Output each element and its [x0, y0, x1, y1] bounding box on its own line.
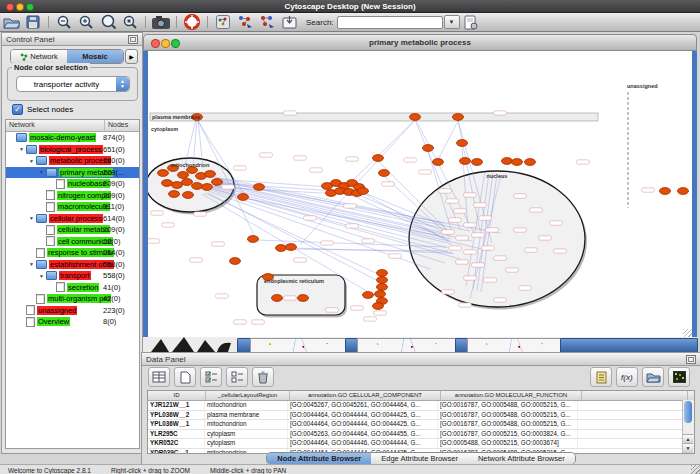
- expander-icon[interactable]: ▼: [19, 146, 26, 152]
- tree-row-3[interactable]: ▼primary metabo209(...: [6, 167, 139, 179]
- frame-zoom-button[interactable]: [171, 39, 180, 48]
- float-panel-icon[interactable]: [686, 355, 696, 364]
- graph-node[interactable]: [460, 158, 471, 165]
- expander-icon[interactable]: ▼: [39, 273, 46, 279]
- graph-node[interactable]: [182, 179, 193, 186]
- zoom-fit-icon[interactable]: [98, 14, 118, 30]
- graph-node[interactable]: [379, 170, 390, 177]
- graph-node[interactable]: [377, 277, 388, 284]
- graph-node[interactable]: [272, 295, 283, 302]
- select-nodes-checkbox[interactable]: ✓: [12, 104, 23, 115]
- tree-row-12[interactable]: ▼transport558(0): [6, 270, 139, 282]
- tree-row-1[interactable]: ▼biological_process651(0): [6, 144, 139, 156]
- table-column-header[interactable]: ID: [148, 391, 206, 400]
- graph-node[interactable]: [457, 140, 468, 147]
- tree-row-13[interactable]: secretion41(0): [6, 282, 139, 294]
- table-row-2[interactable]: YPL036W__1mitochondrion[GO:0044464, GO:0…: [148, 420, 694, 430]
- table-column-header[interactable]: annotation.GO CELLULAR_COMPONENT: [290, 391, 441, 400]
- tree-row-5[interactable]: nitrogen compo209(0): [6, 190, 139, 202]
- more-tabs-button[interactable]: ▶: [125, 49, 138, 64]
- window-close-button[interactable]: [6, 3, 14, 11]
- minimized-frame-thumbnail[interactable]: [357, 338, 457, 353]
- tree-row-10[interactable]: response to stimulu264(0): [6, 247, 139, 259]
- expander-icon[interactable]: ▼: [29, 158, 36, 164]
- graph-node[interactable]: [286, 244, 297, 251]
- table-row-4[interactable]: YKR052Ccytoplasm[GO:0044464, GO:0044446,…: [148, 439, 694, 449]
- tab-edge-attribute-browser[interactable]: Edge Attribute Browser: [371, 453, 468, 464]
- frame-close-button[interactable]: [151, 39, 160, 48]
- tree-row-11[interactable]: ▼establishment of lo558(0): [6, 259, 139, 271]
- graph-node[interactable]: [433, 159, 444, 166]
- graph-node[interactable]: [298, 295, 309, 302]
- graph-node[interactable]: [678, 188, 689, 195]
- graph-node[interactable]: [183, 192, 194, 199]
- new-attribute-icon[interactable]: [174, 367, 196, 387]
- graph-node[interactable]: [502, 158, 513, 165]
- graph-node[interactable]: [525, 159, 536, 166]
- tab-mosaic[interactable]: Mosaic: [67, 50, 123, 63]
- tree-column-nodes[interactable]: Nodes: [105, 120, 131, 131]
- graph-node[interactable]: [377, 270, 388, 277]
- table-column-header[interactable]: [582, 391, 688, 400]
- graph-node[interactable]: [202, 184, 213, 191]
- graph-node[interactable]: [230, 258, 241, 265]
- minimized-frame-bar[interactable]: [560, 338, 698, 353]
- save-icon[interactable]: [23, 14, 43, 30]
- annotation-2-icon[interactable]: [257, 14, 277, 30]
- import-attributes-icon[interactable]: [642, 367, 664, 387]
- graph-node[interactable]: [169, 191, 180, 198]
- graph-node[interactable]: [172, 182, 183, 189]
- table-column-header[interactable]: _cellularLayoutRegion: [206, 391, 290, 400]
- zoom-selected-icon[interactable]: [120, 14, 140, 30]
- unselect-attributes-icon[interactable]: [226, 367, 248, 387]
- network-frame-titlebar[interactable]: primary metabolic process: [143, 34, 697, 51]
- tree-column-network[interactable]: Network: [6, 120, 105, 131]
- network-canvas[interactable]: plasma membranecytoplasmmitochondrionnuc…: [143, 51, 697, 339]
- open-file-icon[interactable]: [1, 14, 21, 30]
- table-row-3[interactable]: YLR295Ccytoplasm[GO:0045263, GO:0044464,…: [148, 430, 694, 440]
- tree-row-7[interactable]: ▼cellular process614(0): [6, 213, 139, 225]
- snapshot-icon[interactable]: [151, 14, 171, 30]
- function-builder-icon[interactable]: f(x): [616, 367, 638, 387]
- table-column-header[interactable]: annotation.GO MOLECULAR_FUNCTION: [441, 391, 582, 400]
- float-panel-icon[interactable]: [128, 35, 138, 44]
- graph-node[interactable]: [410, 114, 421, 121]
- help-icon[interactable]: [182, 14, 202, 30]
- table-row-0[interactable]: YJR121W__1mitochondrion[GO:0045267, GO:0…: [148, 401, 694, 411]
- search-options-icon[interactable]: [461, 14, 481, 30]
- tree-row-0[interactable]: mosaic-demo-yeast874(0): [6, 132, 139, 144]
- tree-row-8[interactable]: cellular metabo209(0): [6, 224, 139, 236]
- graph-node[interactable]: [248, 236, 259, 243]
- tree-row-16[interactable]: Overview8(0): [6, 316, 139, 328]
- zoom-out-icon[interactable]: [54, 14, 74, 30]
- annotation-1-icon[interactable]: [235, 14, 255, 30]
- expander-icon[interactable]: ▼: [29, 215, 36, 221]
- search-input[interactable]: [337, 16, 443, 29]
- tree-row-14[interactable]: multi-organism pro42(0): [6, 293, 139, 305]
- graph-node[interactable]: [212, 179, 223, 186]
- graph-node[interactable]: [254, 184, 265, 191]
- graph-node[interactable]: [276, 245, 287, 252]
- graph-node[interactable]: [205, 171, 216, 178]
- graph-node[interactable]: [373, 303, 384, 310]
- window-minimize-button[interactable]: [16, 3, 24, 11]
- graph-node[interactable]: [162, 180, 173, 187]
- tree-row-2[interactable]: ▼metabolic process280(0): [6, 155, 139, 167]
- select-attributes-icon[interactable]: [200, 367, 222, 387]
- node-color-dropdown[interactable]: transporter activity ▲▼: [16, 76, 130, 92]
- expander-icon[interactable]: ▼: [39, 169, 46, 175]
- tab-node-attribute-browser[interactable]: Node Attribute Browser: [267, 453, 371, 464]
- matrix-icon[interactable]: [668, 367, 690, 387]
- graph-node[interactable]: [238, 194, 249, 201]
- zoom-in-icon[interactable]: [76, 14, 96, 30]
- graph-node[interactable]: [453, 114, 464, 121]
- tree-row-15[interactable]: unassigned223(0): [6, 305, 139, 317]
- graph-node[interactable]: [377, 284, 388, 291]
- scrollbar-thumb[interactable]: [684, 401, 692, 423]
- attribute-table-icon[interactable]: [148, 367, 170, 387]
- search-dropdown-button[interactable]: ▼: [444, 15, 460, 29]
- graph-node[interactable]: [423, 145, 434, 152]
- window-zoom-button[interactable]: [26, 3, 34, 11]
- graph-node[interactable]: [158, 170, 169, 177]
- delete-attribute-icon[interactable]: [252, 367, 274, 387]
